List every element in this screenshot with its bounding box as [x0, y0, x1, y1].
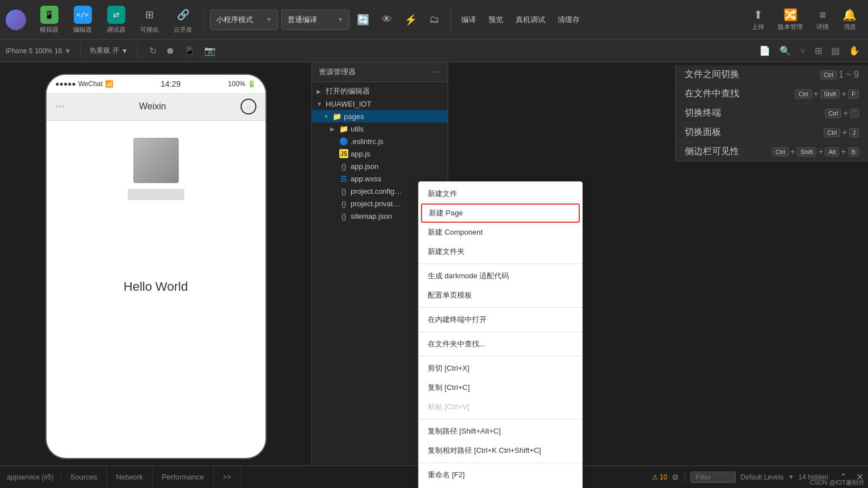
sources-tab-label: Sources [70, 473, 98, 481]
mode-dropdown[interactable]: 小程序模式 ▼ [210, 10, 278, 30]
upload-button[interactable]: ⬆ 上传 [746, 6, 770, 33]
device-info[interactable]: iPhone 5 100% 16 ▼ [6, 47, 71, 55]
ctx-delete[interactable]: 删除 [Delete] [419, 485, 582, 488]
eslintrc-file[interactable]: 🔵 .eslintrc.js [312, 135, 448, 147]
debug-button[interactable]: ⚡ [401, 10, 421, 30]
pages-arrow: ▼ [323, 113, 330, 120]
appjson-file[interactable]: {} app.json [312, 160, 448, 172]
ctx-copy[interactable]: 复制 [Ctrl+C] [419, 378, 582, 397]
message-icon: 🔔 [842, 8, 857, 22]
ctx-sep3 [419, 332, 582, 332]
pages-label: pages [344, 112, 443, 121]
cloud-label: 云开发 [174, 26, 192, 34]
ctx-new-file[interactable]: 新建文件 [419, 184, 582, 203]
ctx-rename-label: 重命名 [F2] [428, 470, 465, 480]
preview-eye-button[interactable]: 👁 [377, 10, 397, 30]
network-tab[interactable]: Network [107, 466, 153, 488]
clear-cache-button[interactable]: 清缓存 [553, 12, 584, 27]
utils-folder-icon: 📁 [339, 124, 348, 133]
editor-button[interactable]: </> 编辑器 [68, 3, 98, 36]
ctx-new-component-label: 新建 Component [428, 227, 483, 237]
phone-status-right: 100% 🔋 [228, 80, 256, 88]
device-name: iPhone 5 [6, 47, 32, 55]
record-icon[interactable]: ⏺ [163, 44, 177, 58]
grid-icon[interactable]: ⊞ [812, 43, 824, 58]
ctx-new-page[interactable]: 新建 Page [421, 203, 580, 223]
wechat-camera-button[interactable]: ⊙ [241, 99, 256, 114]
file-icon[interactable]: 📄 [757, 43, 773, 58]
ctx-copy-relative-path[interactable]: 复制相对路径 [Ctrl+K Ctrl+Shift+C] [419, 441, 582, 460]
ctx-new-component[interactable]: 新建 Component [419, 223, 582, 242]
eslintrc-icon: 🔵 [339, 137, 348, 146]
context-menu: 新建文件 新建 Page 新建 Component 新建文件夹 生成 darkm… [418, 181, 583, 488]
real-device-button[interactable]: 真机调试 [511, 12, 550, 27]
simulator-label: 模拟器 [40, 26, 58, 34]
phone-icon[interactable]: 📱 [182, 43, 197, 58]
cloud-button[interactable]: 🔗 云开发 [168, 3, 198, 36]
message-button[interactable]: 🔔 消息 [837, 6, 862, 33]
version-button[interactable]: 🔀 版本管理 [772, 6, 808, 33]
performance-tab[interactable]: Performance [153, 466, 213, 488]
default-levels-label: Default Levels [740, 473, 783, 481]
shortcut-switch-panel-label: 切换面板 [685, 126, 721, 138]
project-label: HUAWEI_IOT [326, 100, 443, 108]
ctx-new-folder[interactable]: 新建文件夹 [419, 242, 582, 261]
sources-tab[interactable]: Sources [61, 466, 107, 488]
plus4: + [842, 128, 847, 138]
ctx-darkmode[interactable]: 生成 darkmode 适配代码 [419, 266, 582, 286]
ctx-find-folder-label: 在文件夹中查找... [428, 339, 486, 349]
touch-icon[interactable]: ✋ [846, 43, 862, 58]
phone-status-bar: ●●●●● WeChat 📶 14:29 100% 🔋 [47, 75, 266, 93]
file-panel-menu[interactable]: ··· [433, 67, 441, 77]
pages-folder[interactable]: ▼ 📁 pages [312, 110, 448, 122]
f-key: F [848, 90, 859, 99]
zoom-level: 100% [35, 47, 52, 55]
appservice-label: appservice (#5) [0, 473, 61, 481]
plus6: + [818, 147, 823, 157]
wifi-icon: 📶 [105, 80, 113, 88]
refresh-button[interactable]: 🔄 [353, 10, 373, 30]
details-button[interactable]: ≡ 详情 [811, 6, 835, 33]
simulator-button[interactable]: 📱 模拟器 [34, 3, 64, 36]
project-section[interactable]: ▼ HUAWEI_IOT [312, 98, 448, 110]
search-icon[interactable]: 🔍 [777, 43, 793, 58]
more-tabs-icon: >> [223, 473, 231, 481]
debugger-button[interactable]: ⇄ 调试器 [101, 3, 131, 36]
preview-button[interactable]: 预览 [484, 12, 508, 27]
ctx-rename[interactable]: 重命名 [F2] [419, 465, 582, 485]
appjs-file[interactable]: JS app.js [312, 147, 448, 160]
utils-arrow: ▶ [330, 126, 337, 132]
layers-button[interactable]: 🗂 [424, 10, 445, 30]
open-editors-section[interactable]: ▶ 打开的编辑器 [312, 84, 448, 98]
projectprivate-icon: {} [339, 199, 348, 208]
ctrl-key: Ctrl [820, 70, 837, 79]
ctx-cut[interactable]: 剪切 [Ctrl+X] [419, 359, 582, 378]
plus3: + [843, 108, 848, 118]
page-count: 16 [54, 47, 62, 55]
toolbar-right: ⬆ 上传 🔀 版本管理 ≡ 详情 🔔 消息 [746, 6, 862, 33]
ctx-find-folder[interactable]: 在文件夹中查找... [419, 334, 582, 354]
wechat-header: ••• Weixin ⊙ [47, 93, 266, 121]
phone-frame: ●●●●● WeChat 📶 14:29 100% 🔋 ••• Weixin ⊙ [45, 74, 267, 459]
settings-icon[interactable]: ⚙ [672, 473, 679, 482]
warning-badge: ⚠ 10 [652, 473, 667, 481]
hot-reload-button[interactable]: 热重载 开 ▼ [90, 46, 128, 56]
list-icon[interactable]: ▤ [829, 43, 842, 58]
ctx-copy-path[interactable]: 复制路径 [Shift+Alt+C] [419, 422, 582, 441]
more-tabs-button[interactable]: >> [214, 466, 241, 488]
ctx-copy-relative-path-label: 复制相对路径 [Ctrl+K Ctrl+Shift+C] [428, 445, 541, 456]
appjson-label: app.json [351, 162, 443, 171]
avatar[interactable] [6, 10, 26, 30]
branch-icon[interactable]: ⑂ [798, 44, 808, 58]
utils-folder[interactable]: ▶ 📁 utils [312, 122, 448, 135]
compile-action-button[interactable]: 编译 [457, 12, 481, 27]
ctx-open-terminal[interactable]: 在内建终端中打开 [419, 310, 582, 329]
second-toolbar: iPhone 5 100% 16 ▼ 热重载 开 ▼ ↻ ⏺ 📱 📷 📄 🔍 ⑂… [0, 40, 868, 62]
filter-input[interactable] [690, 472, 736, 483]
screenshot-icon[interactable]: 📷 [202, 43, 218, 58]
ctx-template[interactable]: 配置单页模板 [419, 286, 582, 305]
compile-dropdown[interactable]: 普通编译 ▼ [281, 10, 349, 30]
rotate-icon[interactable]: ↻ [147, 43, 159, 58]
visible-button[interactable]: ⊞ 可视化 [134, 3, 165, 36]
username-placeholder [128, 189, 184, 200]
